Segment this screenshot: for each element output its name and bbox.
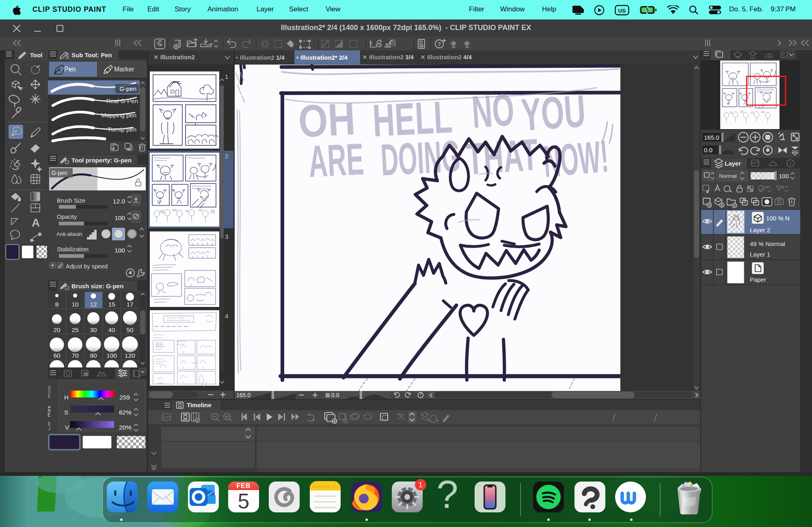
svg-text:Turnip pen: Turnip pen xyxy=(108,126,136,133)
svg-text:Layer 2: Layer 2 xyxy=(750,227,770,233)
svg-text:Brush size: G-pen: Brush size: G-pen xyxy=(71,283,123,289)
svg-text:25: 25 xyxy=(71,326,78,333)
svg-text:Stabilization: Stabilization xyxy=(57,246,89,253)
svg-text:Pen: Pen xyxy=(64,66,76,73)
svg-text:Paper: Paper xyxy=(750,276,766,283)
svg-text:12.0: 12.0 xyxy=(113,198,125,205)
svg-text:120: 120 xyxy=(125,352,135,359)
svg-text:20%: 20% xyxy=(119,424,132,431)
svg-text:0.0: 0.0 xyxy=(331,392,339,398)
svg-text:NO: NO xyxy=(470,84,516,138)
svg-text:US: US xyxy=(618,8,626,14)
svg-text:Opacity: Opacity xyxy=(57,214,77,220)
svg-text:100: 100 xyxy=(779,173,789,179)
svg-text:HSV: HSV xyxy=(48,405,52,417)
svg-text:Real G-Pen: Real G-Pen xyxy=(106,97,138,104)
svg-text:Brush Size: Brush Size xyxy=(57,197,85,204)
svg-text:H: H xyxy=(64,394,69,401)
svg-text:100: 100 xyxy=(114,214,125,221)
svg-text:FEB: FEB xyxy=(237,482,251,489)
svg-text:30: 30 xyxy=(90,326,97,333)
svg-text:Layer 1: Layer 1 xyxy=(750,251,770,258)
svg-text:0.0: 0.0 xyxy=(704,147,713,153)
svg-text:ARE: ARE xyxy=(307,134,365,186)
svg-text:Tool: Tool xyxy=(30,52,43,58)
svg-text:2: 2 xyxy=(225,153,228,160)
svg-text:G-pen: G-pen xyxy=(52,170,67,176)
svg-text:Timeline: Timeline xyxy=(187,402,212,408)
svg-text:S: S xyxy=(64,409,68,416)
svg-text:40: 40 xyxy=(108,326,115,333)
svg-text:80: 80 xyxy=(90,352,97,359)
svg-text:3: 3 xyxy=(225,233,228,240)
svg-text:62%: 62% xyxy=(119,409,132,416)
svg-text:Mapping pen: Mapping pen xyxy=(101,112,136,119)
svg-text:1: 1 xyxy=(225,73,228,80)
svg-text:20: 20 xyxy=(53,326,60,333)
svg-text:60: 60 xyxy=(53,352,60,359)
svg-text:8: 8 xyxy=(55,301,59,308)
svg-text:1: 1 xyxy=(419,481,422,489)
svg-text:?: ? xyxy=(436,477,458,516)
svg-text:Anti-aliasin: Anti-aliasin xyxy=(56,231,82,237)
svg-text:Layer: Layer xyxy=(725,160,741,167)
svg-text:15: 15 xyxy=(108,301,115,308)
svg-text:RGB: RGB xyxy=(48,386,52,398)
svg-text:49 % Normal: 49 % Normal xyxy=(750,240,785,247)
svg-text:NOW!: NOW! xyxy=(541,131,610,186)
svg-text:CM: CM xyxy=(48,421,52,430)
svg-text:165.0: 165.0 xyxy=(236,392,251,398)
svg-text:Sub Tool: Pen: Sub Tool: Pen xyxy=(71,52,112,58)
svg-text:A: A xyxy=(32,216,40,229)
svg-text:Marker: Marker xyxy=(114,66,134,73)
svg-text:10: 10 xyxy=(71,301,79,308)
svg-text:5: 5 xyxy=(238,489,250,513)
svg-text:Tool property: G-pen: Tool property: G-pen xyxy=(71,157,132,164)
svg-text:165.0: 165.0 xyxy=(704,134,719,141)
svg-text:Adjust by speed: Adjust by speed xyxy=(66,263,108,270)
svg-text:70: 70 xyxy=(71,352,79,359)
svg-text:Normal: Normal xyxy=(719,173,737,179)
svg-text:?: ? xyxy=(438,41,441,47)
svg-text:17: 17 xyxy=(126,301,133,308)
svg-text:12: 12 xyxy=(90,301,97,308)
svg-text:G-pen: G-pen xyxy=(119,85,136,92)
svg-text:50: 50 xyxy=(126,326,134,333)
svg-text:4: 4 xyxy=(225,313,228,320)
svg-text:259: 259 xyxy=(119,394,130,401)
svg-text:V: V xyxy=(65,424,69,431)
svg-text:100 % N: 100 % N xyxy=(766,215,790,222)
svg-text:100: 100 xyxy=(106,352,117,359)
svg-text:100: 100 xyxy=(114,247,125,254)
